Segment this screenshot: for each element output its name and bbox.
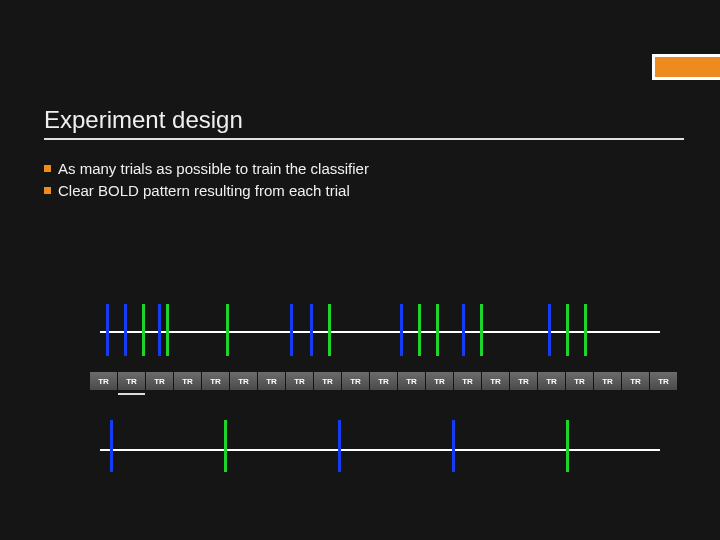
tr-cell: TR [314, 372, 341, 390]
tr-cell: TR [566, 372, 593, 390]
tr-cell: TR [398, 372, 425, 390]
tr-cell: TR [286, 372, 313, 390]
title-underline [44, 138, 684, 140]
dense-trial-row [100, 300, 660, 362]
sparse-trial-row [100, 418, 660, 480]
tr-cell: TR [230, 372, 257, 390]
trial-tick [452, 420, 455, 472]
trial-tick [224, 420, 227, 472]
trial-tick [418, 304, 421, 356]
trial-tick [584, 304, 587, 356]
bullet-list: As many trials as possible to train the … [44, 158, 676, 202]
trial-tick [566, 420, 569, 472]
tr-cell: TR [426, 372, 453, 390]
trial-tick [158, 304, 161, 356]
tr-cell: TR [342, 372, 369, 390]
trial-tick [166, 304, 169, 356]
trial-tick [106, 304, 109, 356]
tr-cell: TR [622, 372, 649, 390]
timeline-axis [100, 331, 660, 333]
trial-tick [338, 420, 341, 472]
trial-tick [480, 304, 483, 356]
bullet-item: As many trials as possible to train the … [44, 158, 676, 180]
tr-cell: TR [650, 372, 677, 390]
bullet-item: Clear BOLD pattern resulting from each t… [44, 180, 676, 202]
tr-cell: TR [174, 372, 201, 390]
tr-cell: TR [118, 372, 145, 390]
page-title: Experiment design [44, 106, 676, 134]
tr-strip: TRTRTRTRTRTRTRTRTRTRTRTRTRTRTRTRTRTRTRTR… [90, 372, 660, 400]
trial-tick [548, 304, 551, 356]
tr-cell: TR [482, 372, 509, 390]
tr-cell: TR [146, 372, 173, 390]
trial-tick [328, 304, 331, 356]
trial-tick [110, 420, 113, 472]
trial-tick [124, 304, 127, 356]
trial-tick [400, 304, 403, 356]
tr-underline [118, 393, 145, 395]
tr-cell: TR [510, 372, 537, 390]
tr-cell: TR [90, 372, 117, 390]
trial-tick [226, 304, 229, 356]
trial-tick [290, 304, 293, 356]
tr-cell: TR [538, 372, 565, 390]
tr-cell: TR [202, 372, 229, 390]
slide-content: Experiment design As many trials as poss… [44, 106, 676, 202]
trial-tick [436, 304, 439, 356]
tr-cell: TR [370, 372, 397, 390]
tr-cell: TR [258, 372, 285, 390]
trial-tick [310, 304, 313, 356]
tr-cell: TR [454, 372, 481, 390]
timeline-area: TRTRTRTRTRTRTRTRTRTRTRTRTRTRTRTRTRTRTRTR… [100, 300, 660, 490]
tr-cell: TR [594, 372, 621, 390]
trial-tick [462, 304, 465, 356]
accent-bar [652, 54, 720, 80]
trial-tick [566, 304, 569, 356]
timeline-axis [100, 449, 660, 451]
trial-tick [142, 304, 145, 356]
